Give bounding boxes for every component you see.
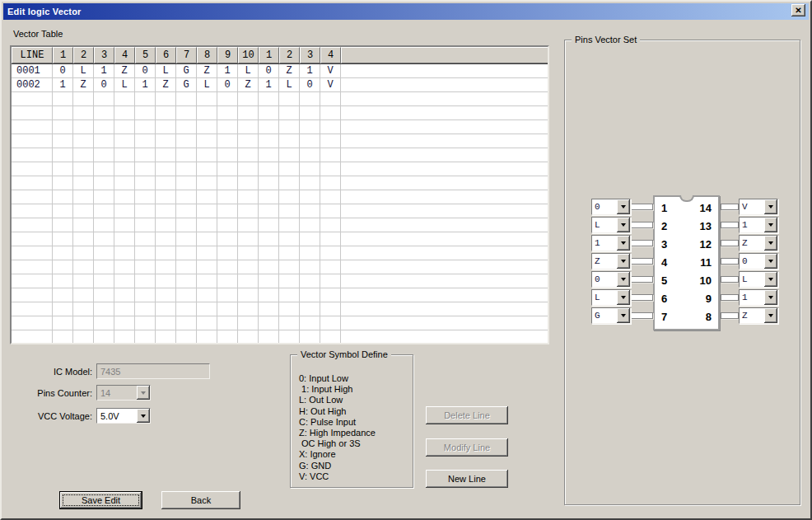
pin-3-vector-combobox[interactable]: 1 [591, 235, 631, 251]
pin-12-vector-combobox[interactable]: Z [739, 235, 778, 251]
vector-value-cell [176, 134, 197, 148]
vector-value-cell: 1 [217, 64, 238, 77]
pin-7-vector-combobox[interactable]: G [591, 307, 631, 324]
pin-11-dropdown-button[interactable] [764, 254, 777, 269]
vector-value-cell [176, 330, 197, 344]
vector-value-cell [320, 120, 341, 134]
pin-14-vector-value: V [740, 199, 764, 214]
vector-value-cell: V [320, 64, 341, 77]
vector-value-cell [320, 330, 341, 344]
vector-value-cell [320, 288, 341, 302]
vector-value-cell: Z [279, 64, 300, 77]
pin-10-vector-combobox[interactable]: L [739, 271, 778, 288]
pin-9-vector-combobox[interactable]: 1 [739, 289, 778, 306]
vector-value-cell: L [114, 78, 135, 91]
save-edit-button[interactable]: Save Edit [59, 491, 142, 509]
vector-value-cell [176, 176, 197, 190]
vector-value-cell [279, 246, 300, 260]
vector-value-cell [320, 190, 341, 204]
pin-12-dropdown-button[interactable] [764, 236, 777, 251]
pin-2-dropdown-button[interactable] [617, 218, 630, 232]
pin-13-dropdown-button[interactable] [764, 218, 777, 232]
vector-value-cell [238, 162, 259, 176]
vector-table-grid[interactable]: LINE123456789101234 00010L1Z0LGZ1L0Z1V00… [10, 45, 549, 344]
vector-value-cell: 1 [53, 78, 73, 91]
titlebar[interactable]: Edit logic Vector [3, 3, 809, 20]
column-header-line: LINE [12, 47, 53, 63]
column-header-filler [341, 47, 548, 63]
vector-value-cell [156, 190, 176, 204]
pin-8-vector-value: Z [740, 308, 764, 323]
pin-5-vector-combobox[interactable]: 0 [591, 271, 631, 288]
row-filler-cell [341, 106, 548, 119]
vector-value-cell [217, 92, 238, 105]
vector-value-cell [279, 288, 300, 302]
pin-13-vector-value: 1 [740, 218, 764, 232]
pin-9-vector-value: 1 [740, 290, 764, 305]
symbol-legend-line: G: GND [299, 461, 376, 471]
vector-value-cell [135, 92, 156, 105]
pin-6-vector-combobox[interactable]: L [591, 289, 631, 306]
pin-7-dropdown-button[interactable] [617, 308, 630, 323]
vector-value-cell [156, 162, 176, 176]
vector-value-cell [300, 232, 320, 246]
pin-number-left: 5 [661, 272, 667, 290]
pin-1-dropdown-button[interactable] [617, 199, 630, 214]
symbol-legend-line: C: Pulse Input [299, 417, 376, 428]
vector-value-cell [217, 302, 238, 316]
close-button[interactable]: ✕ [791, 4, 805, 16]
line-number-cell [12, 274, 53, 288]
pin-8-dropdown-button[interactable] [764, 308, 777, 323]
vector-value-cell [156, 218, 176, 232]
line-number-cell [12, 302, 53, 316]
vector-value-cell [320, 316, 341, 330]
vector-value-cell [300, 134, 320, 148]
pin-14-vector-combobox[interactable]: V [739, 199, 778, 215]
vector-value-cell [156, 302, 176, 316]
pin-10-dropdown-button[interactable] [764, 272, 777, 287]
vcc-voltage-combobox[interactable]: 5.0V [96, 408, 151, 424]
vector-value-cell [114, 148, 135, 162]
line-number-cell [12, 106, 53, 119]
pin-3-dropdown-button[interactable] [617, 236, 630, 251]
pin-8-vector-combobox[interactable]: Z [739, 307, 778, 324]
vector-symbol-define-group: Vector Symbol Define 0: Input Low 1: Inp… [290, 354, 413, 488]
pin-4-dropdown-button[interactable] [617, 254, 630, 269]
pin-5-dropdown-button[interactable] [617, 272, 630, 287]
chevron-down-icon [621, 223, 626, 227]
vector-value-cell [259, 288, 279, 302]
vector-value-cell [320, 218, 341, 232]
vector-value-cell [197, 316, 217, 330]
symbol-legend-line: Z: High Impedance [299, 428, 376, 438]
pin-1-vector-combobox[interactable]: 0 [591, 199, 631, 215]
new-line-button[interactable]: New Line [426, 470, 508, 488]
pin-2-vector-combobox[interactable]: L [591, 217, 631, 233]
vector-value-cell [279, 134, 300, 148]
table-row[interactable]: 00010L1Z0LGZ1L0Z1V [12, 64, 548, 78]
back-button[interactable]: Back [161, 491, 240, 509]
vector-value-cell [259, 176, 279, 190]
pin-9-dropdown-button[interactable] [764, 290, 777, 305]
vector-value-cell [279, 260, 300, 274]
table-row[interactable]: 00021Z0L1ZGL0Z1L0V [12, 78, 548, 92]
vector-value-cell [73, 92, 94, 105]
vector-value-cell [53, 302, 73, 316]
pin-stub-icon [631, 222, 653, 228]
vector-value-cell: L [197, 78, 217, 91]
vcc-voltage-dropdown-button[interactable] [137, 409, 150, 423]
table-row [12, 120, 548, 134]
pin-11-vector-combobox[interactable]: 0 [739, 253, 778, 269]
symbol-legend: 0: Input Low 1: Input HighL: Out LowH: O… [299, 373, 376, 482]
vector-value-cell [238, 246, 259, 260]
vector-value-cell [279, 148, 300, 162]
pin-4-vector-combobox[interactable]: Z [591, 253, 631, 269]
pin-6-dropdown-button[interactable] [617, 290, 630, 305]
vector-table-label: Vector Table [13, 29, 63, 39]
vector-value-cell [238, 316, 259, 330]
vector-value-cell [197, 246, 217, 260]
pin-14-dropdown-button[interactable] [764, 199, 777, 214]
vector-value-cell [300, 176, 320, 190]
line-number-cell [12, 120, 53, 134]
vector-value-cell: 1 [259, 78, 279, 91]
pin-13-vector-combobox[interactable]: 1 [739, 217, 778, 233]
